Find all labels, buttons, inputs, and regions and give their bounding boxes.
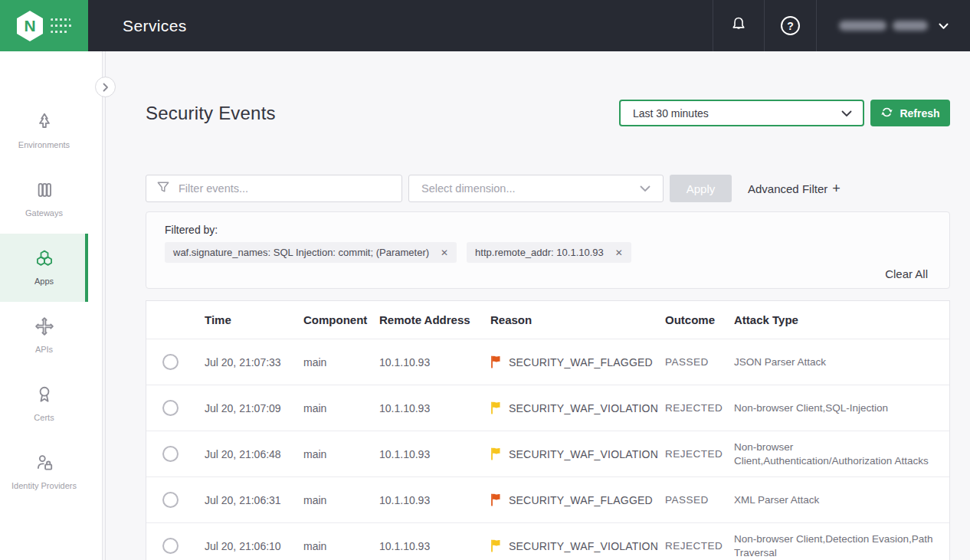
column-header-remote-address: Remote Address xyxy=(369,313,477,326)
dimension-select[interactable]: Select dimension... xyxy=(408,175,664,202)
cell-remote-address: 10.1.10.93 xyxy=(369,540,477,552)
flag-icon xyxy=(490,539,501,553)
table-row[interactable]: Jul 20, 21:06:48 main 10.1.10.93 SECURIT… xyxy=(146,431,949,476)
filtered-by-label: Filtered by: xyxy=(165,224,931,236)
filtered-by-panel: Filtered by: waf.signature_names: SQL In… xyxy=(146,211,950,289)
person-lock-icon xyxy=(33,453,56,476)
cell-attack-type: XML Parser Attack xyxy=(724,493,949,507)
filter-events-field xyxy=(146,175,402,202)
cell-reason: SECURITY_WAF_VIOLATION xyxy=(477,401,655,415)
row-radio[interactable] xyxy=(162,354,179,370)
cell-remote-address: 10.1.10.93 xyxy=(369,494,477,506)
cell-component: main xyxy=(293,540,369,552)
cell-attack-type: Non-browser Client,Detection Evasion,Pat… xyxy=(724,532,949,559)
cell-time: Jul 20, 21:06:48 xyxy=(195,448,293,460)
nginx-hexagon-icon: N xyxy=(15,9,45,43)
table-row[interactable]: Jul 20, 21:06:31 main 10.1.10.93 SECURIT… xyxy=(146,476,949,522)
chevron-down-icon xyxy=(640,182,650,195)
cell-outcome: REJECTED xyxy=(655,448,724,460)
chevron-down-icon xyxy=(939,19,949,33)
expand-panel-button[interactable] xyxy=(95,77,116,97)
apply-button[interactable]: Apply xyxy=(670,175,732,202)
menu-speed-lines-icon xyxy=(51,18,74,33)
table-row[interactable]: Jul 20, 21:07:33 main 10.1.10.93 SECURIT… xyxy=(146,339,949,385)
fence-icon xyxy=(33,180,56,203)
table-row[interactable]: Jul 20, 21:07:09 main 10.1.10.93 SECURIT… xyxy=(146,385,949,431)
cell-reason: SECURITY_WAF_VIOLATION xyxy=(477,539,655,553)
column-header-time: Time xyxy=(195,313,293,326)
user-name-redacted xyxy=(839,21,928,31)
flag-icon xyxy=(490,447,501,461)
sidebar-item-identity-providers[interactable]: Identity Providers xyxy=(0,438,88,506)
cell-component: main xyxy=(293,494,369,506)
refresh-label: Refresh xyxy=(900,107,939,120)
refresh-icon xyxy=(880,106,893,121)
dimension-placeholder: Select dimension... xyxy=(421,182,516,195)
cell-attack-type: JSON Parser Attack xyxy=(724,355,949,369)
sidebar-item-apps[interactable]: Apps xyxy=(0,234,88,302)
cell-reason: SECURITY_WAF_FLAGGED xyxy=(477,493,655,507)
cell-attack-type: Non-browser Client,Authentication/Author… xyxy=(724,440,949,467)
table-row[interactable]: Jul 20, 21:06:10 main 10.1.10.93 SECURIT… xyxy=(146,522,949,560)
cross-waypoint-icon xyxy=(33,316,56,339)
cell-time: Jul 20, 21:06:31 xyxy=(195,494,293,506)
close-icon[interactable]: ✕ xyxy=(441,248,448,257)
cell-time: Jul 20, 21:07:09 xyxy=(195,402,293,414)
main-content: Security Events Last 30 minutes xyxy=(106,51,970,560)
refresh-button[interactable]: Refresh xyxy=(870,100,950,126)
clear-all-button[interactable]: Clear All xyxy=(882,266,931,282)
row-radio[interactable] xyxy=(162,538,179,554)
help-button[interactable]: ? xyxy=(765,0,816,51)
page-title: Security Events xyxy=(146,103,276,124)
topbar: N Services ? xyxy=(0,0,970,51)
table-header-row: Time Component Remote Address Reason Out… xyxy=(146,301,949,339)
row-radio[interactable] xyxy=(162,400,179,416)
flag-icon xyxy=(490,493,501,507)
brand-letter: N xyxy=(24,16,35,34)
plus-icon: + xyxy=(832,181,841,197)
cell-remote-address: 10.1.10.93 xyxy=(369,448,477,460)
ribbon-icon xyxy=(33,385,56,408)
row-radio[interactable] xyxy=(162,446,179,462)
cell-outcome: REJECTED xyxy=(655,540,724,552)
cell-outcome: PASSED xyxy=(655,494,724,506)
sidebar-item-gateways[interactable]: Gateways xyxy=(0,165,88,234)
column-header-reason: Reason xyxy=(477,313,655,326)
notifications-button[interactable] xyxy=(713,0,764,51)
hexagon-cluster-icon xyxy=(32,248,57,271)
funnel-icon xyxy=(156,181,170,197)
cell-reason: SECURITY_WAF_FLAGGED xyxy=(477,355,655,369)
sidebar-item-environments[interactable]: Environments xyxy=(0,97,88,165)
flag-icon xyxy=(490,355,501,369)
sidebar-item-certs[interactable]: Certs xyxy=(0,370,88,438)
help-icon: ? xyxy=(781,16,800,35)
column-header-attack-type: Attack Type xyxy=(724,313,949,326)
filter-chip: http.remote_addr: 10.1.10.93 ✕ xyxy=(467,242,631,263)
row-radio[interactable] xyxy=(162,492,179,508)
cell-outcome: REJECTED xyxy=(655,402,724,414)
filter-events-input[interactable] xyxy=(179,182,394,195)
filter-chip: waf.signature_names: SQL Injection: comm… xyxy=(165,242,457,263)
cell-remote-address: 10.1.10.93 xyxy=(369,356,477,368)
sidebar: Environments Gateways Apps APIs xyxy=(0,51,103,560)
cell-component: main xyxy=(293,402,369,414)
tree-icon xyxy=(33,112,56,135)
bell-icon xyxy=(729,15,748,37)
column-header-outcome: Outcome xyxy=(655,313,724,326)
advanced-filter-button[interactable]: Advanced Filter + xyxy=(748,181,841,197)
cell-time: Jul 20, 21:06:10 xyxy=(195,540,293,552)
user-menu[interactable] xyxy=(817,0,970,51)
column-header-component: Component xyxy=(293,313,369,326)
cell-remote-address: 10.1.10.93 xyxy=(369,402,477,414)
security-events-table: Time Component Remote Address Reason Out… xyxy=(146,300,950,560)
close-icon[interactable]: ✕ xyxy=(615,248,623,257)
cell-reason: SECURITY_WAF_VIOLATION xyxy=(477,447,655,461)
cell-outcome: PASSED xyxy=(655,356,724,368)
cell-component: main xyxy=(293,448,369,460)
cell-attack-type: Non-browser Client,SQL-Injection xyxy=(724,401,949,415)
time-range-value: Last 30 minutes xyxy=(633,107,709,120)
sidebar-item-apis[interactable]: APIs xyxy=(0,302,88,370)
app-title: Services xyxy=(123,17,187,35)
time-range-select[interactable]: Last 30 minutes xyxy=(619,100,864,126)
nginx-logo[interactable]: N xyxy=(0,0,88,51)
